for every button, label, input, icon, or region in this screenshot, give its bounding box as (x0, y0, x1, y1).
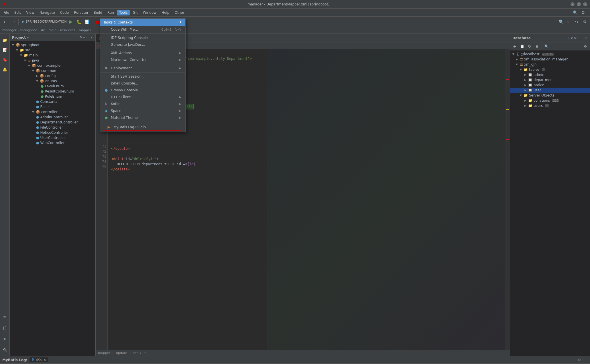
struct-set[interactable]: set (133, 351, 138, 355)
menu-file[interactable]: File (1, 10, 11, 15)
toolbar-forward[interactable]: → (10, 18, 17, 25)
menu-item-xml-actions[interactable]: XML Actions (100, 50, 185, 56)
log-more[interactable]: ⋮ (584, 358, 588, 362)
toolbar-settings-gear[interactable]: ⚙ (581, 18, 588, 25)
tree-item-constants[interactable]: ● Constants (10, 99, 95, 104)
project-close-icon[interactable]: × (91, 36, 93, 39)
menu-item-jshell[interactable]: JShell Console... (100, 80, 185, 87)
toolbar-undo[interactable]: ↩ (565, 18, 572, 25)
db-filter[interactable]: 🔍 (543, 43, 550, 50)
toolbar-back[interactable]: ← (2, 18, 9, 25)
db-refresh[interactable]: ↻ (526, 43, 533, 50)
toolbar-search[interactable]: 🔍 (557, 18, 564, 25)
struct-update[interactable]: update (116, 351, 127, 355)
menu-item-ide-scripting[interactable]: IDE Scripting Console (100, 34, 185, 41)
left-icon-commit[interactable]: 📝 (1, 46, 9, 54)
tree-item-levelenum[interactable]: ● LevelEnum (10, 84, 95, 89)
breadcrumb-src[interactable]: src (40, 28, 45, 32)
title-bar-controls[interactable]: − □ × (571, 2, 587, 6)
toolbar-redo[interactable]: ↪ (573, 18, 580, 25)
menu-navigate[interactable]: Navigate (37, 10, 57, 15)
project-settings-icon[interactable]: ⚙ (79, 36, 82, 39)
tree-item-noticecontroller[interactable]: ● NoticeController (10, 130, 95, 135)
debug-button[interactable]: 🐛 (75, 18, 82, 25)
db-table-admin[interactable]: ▶ 🔲 admin (510, 72, 590, 77)
menu-item-kotlin[interactable]: K Kotlin (100, 101, 185, 107)
left-icon-notifications[interactable]: 🔔 (1, 65, 9, 73)
menu-help[interactable]: Help (159, 10, 172, 15)
tree-item-departmentcontroller[interactable]: ● DepartmentController (10, 120, 95, 125)
toolbar-search-everywhere[interactable]: 🔍 (572, 9, 579, 16)
menu-refactor[interactable]: Refactor (72, 10, 91, 15)
tree-item-main[interactable]: ▼ 📁 main (10, 53, 95, 58)
db-folder-tables[interactable]: ▼ 📁 tables 4 (510, 67, 590, 72)
menu-item-space[interactable]: ◆ Space (100, 107, 185, 114)
tree-item-enums[interactable]: ▼ 📦 enums (10, 78, 95, 84)
db-folder-server-objects[interactable]: ▼ 📁 Server Objects (510, 93, 590, 98)
menu-item-deployment[interactable]: ⊕ Deployment (100, 65, 185, 72)
db-refresh-icon[interactable]: ↻ (570, 36, 573, 40)
tree-item-admincontroller[interactable]: ● AdminController (10, 115, 95, 120)
tree-item-roleenum[interactable]: ● RoleEnum (10, 94, 95, 99)
menu-code[interactable]: Code (58, 10, 71, 15)
menu-tools[interactable]: Tools (117, 10, 130, 15)
db-table-user[interactable]: ▶ 🔲 user (510, 88, 590, 93)
db-collations[interactable]: ▶ 📁 collations 222 (510, 98, 590, 103)
tree-item-config[interactable]: ▶ 📦 config (10, 73, 95, 78)
menu-item-mybatis-log-plugin[interactable]: ▶ MyBatis Log Plugin (104, 124, 181, 131)
tree-item-java[interactable]: ▼ ☕ java (10, 58, 95, 63)
left-icon-bookmarks[interactable]: 🔖 (1, 56, 9, 64)
menu-item-markdown-converter[interactable]: Markdown Converter (100, 56, 185, 63)
db-table-department[interactable]: ▶ 🔲 department (510, 77, 590, 82)
project-gear-icon[interactable]: ⋮ (86, 36, 90, 39)
tree-item-filecontroller[interactable]: ● FileController (10, 125, 95, 130)
run-with-coverage[interactable]: 📊 (83, 18, 90, 25)
toolbar-settings[interactable]: ⚙ (580, 9, 587, 16)
left-icon-structure[interactable]: ≡ (1, 313, 9, 321)
db-add-datasource[interactable]: + (511, 43, 518, 50)
left-icon-favorites[interactable]: ★ (1, 335, 9, 343)
left-icon-plugins[interactable]: 🔌 (1, 346, 9, 354)
tree-item-usercontroller[interactable]: ● UserController (10, 135, 95, 140)
toolbar-run-config[interactable]: ▶ SPRINGBOOTAPPLICATION (20, 18, 66, 25)
menu-git[interactable]: Git (130, 10, 140, 15)
tree-item-resultcodeenum[interactable]: ● ResultCodeEnum (10, 89, 95, 94)
breadcrumb-springboot[interactable]: springboot (20, 28, 37, 32)
close-button[interactable]: × (583, 2, 587, 6)
tree-item-webcontroller[interactable]: ● WebController (10, 140, 95, 145)
tree-item-springboot[interactable]: ▼ 📦 springboot (10, 42, 95, 48)
menu-build[interactable]: Build (91, 10, 105, 15)
tree-item-common[interactable]: ▼ 📦 common (10, 68, 95, 73)
menu-item-material-theme[interactable]: ● Material Theme (100, 114, 185, 121)
db-users[interactable]: ▶ 📁 users 4 (510, 103, 590, 108)
menu-item-groovy[interactable]: ● Groovy Console (100, 87, 185, 94)
breadcrumb-manager[interactable]: manager (2, 28, 16, 32)
run-button[interactable]: ▶ (67, 18, 74, 25)
maximize-button[interactable]: □ (577, 2, 581, 6)
close-sql-tab[interactable]: × (44, 358, 46, 361)
tree-item-result[interactable]: ● Result (10, 104, 95, 109)
struct-mapper[interactable]: mapper (98, 351, 110, 355)
mybatis-sql-tab[interactable]: 🗄 SQL × (30, 357, 48, 362)
tree-item-controller[interactable]: ▼ 📦 controller (10, 109, 95, 115)
db-settings-icon[interactable]: ⚙ (574, 36, 577, 40)
menu-other[interactable]: Other (172, 10, 186, 15)
left-icon-bookmarks2[interactable]: {} (1, 324, 9, 332)
menu-item-code-with-me[interactable]: Code With Me... Ctrl+Shift+Y (100, 26, 185, 33)
breadcrumb-mapper[interactable]: mapper (79, 28, 91, 32)
menu-item-http-client[interactable]: HTTP Client (100, 94, 185, 101)
menu-view[interactable]: View (24, 10, 36, 15)
db-schema-xm-association[interactable]: ▶ 🗃 xm_association_manager (510, 57, 590, 62)
struct-if[interactable]: if (144, 351, 146, 355)
menu-window[interactable]: Window (141, 10, 159, 15)
db-settings2[interactable]: ⚙ (582, 43, 589, 50)
menu-header-tasks[interactable]: Tasks & Contexts ▶ (100, 19, 185, 26)
menu-run[interactable]: Run (105, 10, 116, 15)
db-table-notice[interactable]: ▶ 🔲 notice (510, 82, 590, 88)
left-icon-project[interactable]: 📁 (1, 36, 9, 44)
db-more-icon[interactable]: ⋮ (581, 36, 584, 40)
db-collapse-icon[interactable]: − (578, 36, 580, 40)
breadcrumb-main[interactable]: main (49, 28, 56, 32)
project-collapse-icon[interactable]: − (83, 36, 86, 39)
db-add-icon[interactable]: + (567, 36, 569, 40)
